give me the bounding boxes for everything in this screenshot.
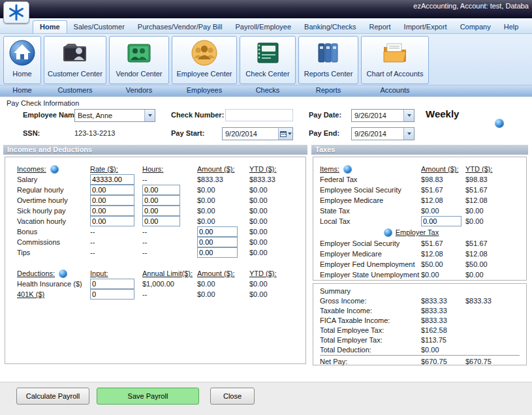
employee-social-security-amount-value: $51.67 — [421, 186, 465, 194]
tab-company[interactable]: Company — [454, 20, 497, 33]
app-logo-button[interactable] — [3, 1, 29, 23]
calendar-icon — [278, 128, 292, 140]
summary-row: Net Pay:$670.75$670.75 — [320, 356, 521, 366]
vacation-hourly-amount-value: $0.00 — [197, 217, 249, 225]
sick-hourly-pay-rate-input[interactable] — [90, 206, 134, 216]
local-tax-label: Local Tax — [320, 217, 421, 225]
401k-label[interactable]: 401K ($) — [17, 290, 90, 298]
regular-hourly-rate-input[interactable] — [90, 185, 134, 195]
employer-social-security-label: Employer Social Security — [320, 239, 421, 247]
401k-amount-value: $0.00 — [197, 290, 249, 298]
salary-rate-input[interactable] — [90, 174, 134, 185]
employee-social-security-ytd-value: $51.67 — [465, 186, 512, 194]
deductions-help-globe-icon[interactable] — [59, 269, 67, 278]
chart-of-accounts-button[interactable]: Chart of Accounts — [361, 36, 429, 84]
vacation-hourly-hours-input[interactable] — [142, 216, 180, 226]
regular-hourly-hours-input[interactable] — [142, 185, 180, 195]
commissions-amount-input[interactable] — [197, 237, 238, 247]
401k-input-input[interactable] — [90, 289, 134, 300]
employer-state-unemployment-ytd-value: $0.00 — [465, 271, 512, 279]
bonus-hours-value: -- — [142, 228, 197, 236]
employee-center-button[interactable]: Employee Center — [172, 36, 237, 84]
tips-label: Tips — [17, 249, 90, 256]
taxes-help-globe-icon[interactable] — [343, 165, 352, 174]
close-button[interactable]: Close — [210, 388, 255, 405]
check-center-icon — [253, 38, 282, 69]
toolbar-item-employee-center: Employee Center Employees — [172, 36, 237, 97]
vendor-center-button[interactable]: Vendor Center — [109, 36, 169, 84]
sick-hourly-pay-hours-input[interactable] — [142, 206, 180, 216]
total-employee-tax-label: Total Employee Tax: — [320, 326, 421, 334]
toolbar-category-label[interactable]: Customers — [44, 85, 106, 95]
employer-medicare-label: Employer Medicare — [320, 250, 421, 258]
reports-center-button[interactable]: Reports Center — [298, 36, 358, 84]
toolbar-category-label[interactable]: Accounts — [361, 85, 429, 95]
local-tax-amount-input[interactable] — [421, 216, 462, 226]
tips-hours-value: -- — [142, 249, 197, 256]
calculate-payroll-button[interactable]: Calculate Payroll — [16, 388, 89, 405]
health-insurance-input-input[interactable] — [90, 279, 134, 289]
net-pay-label: Net Pay: — [320, 358, 421, 365]
401k-ytd-value: $0.00 — [249, 290, 295, 298]
tab-purchases-vendor-pay-bill[interactable]: Purchases/Vendor/Pay Bill — [131, 20, 229, 33]
customer-center-icon — [61, 38, 89, 69]
deductions-header-row: Deductions: Input: Annual Limit($): Amou… — [17, 268, 295, 279]
deduction-row: 401K ($)--$0.00$0.00 — [17, 289, 295, 300]
employer-tax-help-globe-icon[interactable] — [384, 228, 392, 237]
toolbar-category-label[interactable]: Reports — [298, 85, 358, 95]
check-number-input[interactable] — [225, 109, 293, 121]
toolbar-category-label[interactable]: Checks — [240, 85, 296, 95]
tab-help[interactable]: Help — [497, 20, 525, 33]
check-center-button[interactable]: Check Center — [240, 36, 296, 84]
employee-tax-row: State Tax$0.00$0.00 — [320, 206, 512, 216]
incomes-deductions-panel: Incomes and Deductions Incomes: Rate ($)… — [3, 145, 307, 365]
vacation-hourly-label: Vacation hourly — [17, 217, 90, 225]
titlebar[interactable]: ezAccounting, Account: test, Databa — [0, 0, 532, 18]
paycheck-help-globe-icon[interactable] — [495, 119, 504, 128]
amount-col-header: Amount ($): — [197, 165, 249, 173]
total-employer-tax-amount: $113.75 — [421, 336, 465, 344]
toolbar-item-label: Vendor Center — [116, 70, 163, 78]
pay-start-datepicker[interactable]: 9/20/2014 — [222, 127, 293, 140]
toolbar-category-label[interactable]: Vendors — [109, 85, 169, 95]
salary-ytd-value: $833.33 — [249, 176, 295, 183]
overtime-hourly-hours-input[interactable] — [142, 195, 180, 206]
items-col-header: Items: — [320, 165, 339, 173]
bonus-amount-input[interactable] — [197, 226, 238, 237]
save-payroll-button[interactable]: Save Payroll — [97, 388, 199, 405]
tips-amount-input[interactable] — [197, 247, 238, 258]
sick-hourly-pay-label: Sick hourly pay — [17, 207, 90, 215]
pay-date-select[interactable]: 9/26/2014 — [351, 109, 415, 122]
employee-tax-row: Employee Social Security$51.67$51.67 — [320, 185, 512, 195]
pay-start-label: Pay Start: — [171, 129, 204, 137]
tab-import-export[interactable]: Import/Export — [398, 20, 454, 33]
summary-box: Summary Gross Income:$833.33$833.33Taxab… — [313, 283, 527, 365]
amount-col-header: Amount ($): — [421, 165, 465, 173]
customer-center-button[interactable]: Customer Center — [44, 36, 106, 84]
toolbar-category-label[interactable]: Employees — [172, 85, 237, 95]
summary-row: Taxable Income:$833.33 — [320, 305, 521, 315]
pay-end-select[interactable]: 9/26/2014 — [351, 127, 415, 140]
income-row: Regular hourly$0.00$0.00 — [17, 185, 295, 195]
commissions-label: Commissions — [17, 238, 90, 246]
overtime-hourly-rate-input[interactable] — [90, 195, 134, 206]
home-button[interactable]: Home — [3, 36, 41, 84]
vacation-hourly-rate-input[interactable] — [90, 216, 134, 226]
federal-tax-amount-value: $98.83 — [421, 176, 465, 183]
tab-sales-customer[interactable]: Sales/Customer — [67, 20, 131, 33]
tab-payroll-employee[interactable]: Payroll/Employee — [228, 20, 298, 33]
tab-banking-checks[interactable]: Banking/Checks — [298, 20, 363, 33]
summary-row: Total Employer Tax:$113.75 — [320, 335, 521, 345]
tab-report[interactable]: Report — [363, 20, 398, 33]
tab-home[interactable]: Home — [33, 20, 67, 33]
deductions-grid: Deductions: Input: Annual Limit($): Amou… — [17, 268, 295, 300]
toolbar-item-customer-center: Customer Center Customers — [44, 36, 106, 97]
toolbar-category-label[interactable]: Home — [3, 85, 41, 95]
incomes-help-globe-icon[interactable] — [50, 165, 59, 174]
overtime-hourly-ytd-value: $0.00 — [249, 196, 295, 204]
health-insurance-ytd-value: $0.00 — [249, 280, 295, 288]
chevron-down-icon — [144, 110, 155, 121]
footer: Calculate Payroll Save Payroll Close — [0, 382, 532, 415]
employee-name-select[interactable]: Best, Anne — [74, 109, 155, 122]
income-row: Vacation hourly$0.00$0.00 — [17, 216, 295, 226]
